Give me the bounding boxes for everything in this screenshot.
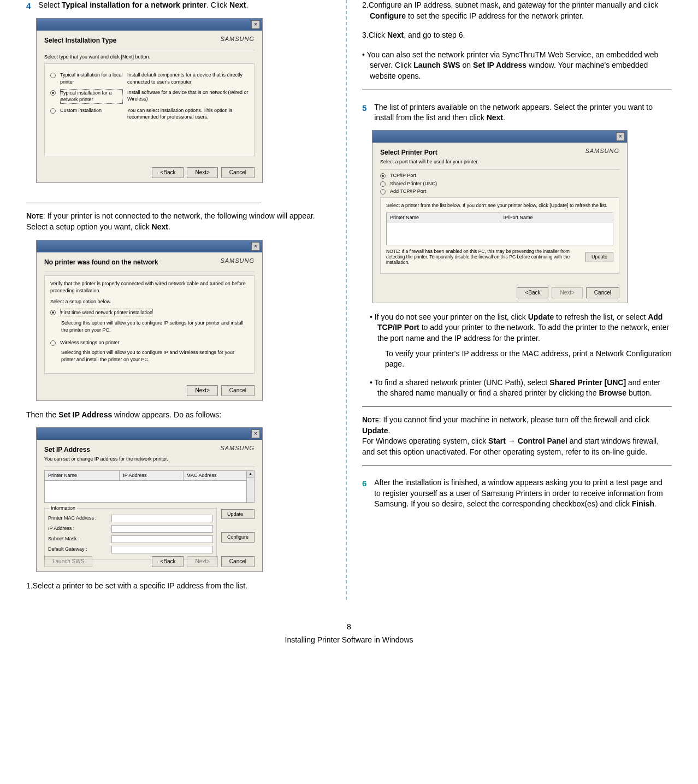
dialog-buttons: <Back Next> Cancel <box>152 167 255 178</box>
close-icon[interactable]: × <box>251 242 260 251</box>
close-icon[interactable]: × <box>251 20 260 29</box>
dialog-no-printer-found: × No printer was found on the network SA… <box>36 240 263 401</box>
radio-shared-printer[interactable]: Shared Printer (UNC) <box>380 180 619 187</box>
next-button[interactable]: Next> <box>187 385 217 396</box>
radio-label: First time wired network printer install… <box>60 309 153 317</box>
bold-text: Next <box>152 222 168 231</box>
close-icon[interactable]: × <box>616 132 625 141</box>
radio-icon <box>380 189 386 194</box>
mac-address-field[interactable] <box>111 515 213 522</box>
sub-step-3: 3.Click Next, and go to step 6. <box>362 30 672 41</box>
divider <box>362 406 672 407</box>
subnet-mask-field[interactable] <box>111 535 213 543</box>
page-footer: 8 Installing Printer Software in Windows <box>0 622 698 645</box>
divider <box>26 203 261 203</box>
scroll-up-icon[interactable]: ▴ <box>247 471 254 478</box>
dialog-titlebar: × <box>37 240 262 252</box>
step-6: 6 After the installation is finished, a … <box>362 478 672 510</box>
text: : If you cannot find your machine in net… <box>379 415 649 424</box>
dialog-titlebar: × <box>37 428 262 440</box>
radio-icon <box>50 108 56 114</box>
left-column: 4 Select Typical installation for a netw… <box>16 0 347 600</box>
page-number: 8 <box>0 622 698 633</box>
cancel-button[interactable]: Cancel <box>586 287 619 298</box>
radio-label: TCP/IP Port <box>390 172 416 179</box>
dialog-body: No printer was found on the network SAMS… <box>37 252 262 400</box>
update-button[interactable]: Update <box>585 252 613 262</box>
sub-step-1: 1.Select a printer to be set with a spec… <box>26 581 336 592</box>
radio-add-tcpip-port[interactable]: Add TCP/IP Port <box>380 188 619 195</box>
radio-wireless-settings[interactable]: Wireless settings on printer <box>50 339 249 346</box>
dialog-titlebar: × <box>37 19 262 31</box>
radio-label: Wireless settings on printer <box>60 339 120 346</box>
text: Select a printer from the list below. If… <box>386 202 613 209</box>
next-button[interactable]: Next> <box>552 287 582 298</box>
text: , and go to step 6. <box>404 31 465 39</box>
dialog-inset: Typical installation for a local printer… <box>44 63 255 156</box>
radio-custom-installation[interactable]: Custom installation You can select insta… <box>50 107 249 121</box>
ip-address-field[interactable] <box>111 525 213 533</box>
text: . <box>246 1 248 9</box>
radio-description: You can select installation options. Thi… <box>127 107 249 121</box>
cancel-button[interactable]: Cancel <box>221 167 255 178</box>
text: . <box>168 222 170 231</box>
back-button[interactable]: <Back <box>152 556 184 567</box>
text: 2.Configure an IP address, subnet mask, … <box>362 1 658 9</box>
step-4-text: Select Typical installation for a networ… <box>38 0 332 11</box>
radio-label: Custom installation <box>60 107 123 114</box>
radio-network-printer[interactable]: Typical installation for a network print… <box>50 89 249 104</box>
close-icon[interactable]: × <box>251 429 260 438</box>
back-button[interactable]: <Back <box>517 287 548 298</box>
printer-list[interactable] <box>44 481 247 503</box>
dialog-select-printer-port: × Select Printer Port Select a port that… <box>372 130 628 303</box>
radio-icon <box>50 73 56 78</box>
bold-text: Control Panel <box>518 437 567 445</box>
printer-list[interactable] <box>386 222 613 245</box>
field-label: Printer MAC Address : <box>48 515 108 522</box>
back-button[interactable]: <Back <box>152 167 184 178</box>
radio-label: Add TCP/IP Port <box>390 188 426 195</box>
bullet-update-list: • If you do not see your printer on the … <box>370 312 672 370</box>
cancel-button[interactable]: Cancel <box>221 385 255 396</box>
field-label: IP Address : <box>48 525 108 532</box>
update-button[interactable]: Update <box>221 509 255 520</box>
then-text: Then the Set IP Address window appears. … <box>26 410 336 421</box>
footer-title: Installing Printer Software in Windows <box>0 635 698 646</box>
text: After the installation is finished, a wi… <box>374 478 662 508</box>
bold-text: Start <box>488 437 506 445</box>
radio-icon <box>50 90 56 96</box>
text: . <box>503 113 505 122</box>
text: For Windows operating system, click <box>362 437 488 445</box>
cancel-button[interactable]: Cancel <box>221 556 255 567</box>
field-label: Subnet Mask : <box>48 535 108 543</box>
step-number-4: 4 <box>26 0 31 11</box>
note-block-1: Note: If your printer is not connected t… <box>26 211 336 232</box>
scrollbar[interactable]: ▴ <box>247 470 255 503</box>
dialog-body: Select Printer Port Select a port that w… <box>372 143 627 303</box>
radio-local-printer[interactable]: Typical installation for a local printer… <box>50 72 249 85</box>
text: Verify that the printer is properly conn… <box>50 280 249 294</box>
bold-text: Update <box>362 426 388 435</box>
gateway-field[interactable] <box>111 546 213 553</box>
next-button[interactable]: Next> <box>187 167 217 178</box>
radio-icon <box>380 173 386 179</box>
dialog-body: Select Installation Type SAMSUNG Select … <box>37 31 262 182</box>
text: . <box>388 426 390 435</box>
configure-button[interactable]: Configure <box>221 532 255 543</box>
samsung-logo: SAMSUNG <box>585 147 619 168</box>
step-4: 4 Select Typical installation for a netw… <box>26 0 336 11</box>
text: 3.Click <box>362 31 387 39</box>
next-button[interactable]: Next> <box>187 556 217 567</box>
text: window appears. Do as follows: <box>112 410 221 419</box>
radio-first-time-wired[interactable]: First time wired network printer install… <box>50 309 249 317</box>
text: . Click <box>206 1 229 9</box>
field-label: Default Gateway : <box>48 546 108 553</box>
launch-sws-button[interactable]: Launch SWS <box>44 556 92 567</box>
text: Then the <box>26 410 58 419</box>
radio-tcpip-port[interactable]: TCP/IP Port <box>380 172 619 179</box>
dialog-buttons: Launch SWS <Back Next> Cancel <box>44 556 255 567</box>
bold-text: Set IP Address <box>473 61 527 69</box>
bold-text: Finish <box>632 499 654 508</box>
information-group: Information Printer MAC Address : IP Add… <box>44 508 217 560</box>
note-block-2: Note: If you cannot find your machine in… <box>362 415 672 457</box>
